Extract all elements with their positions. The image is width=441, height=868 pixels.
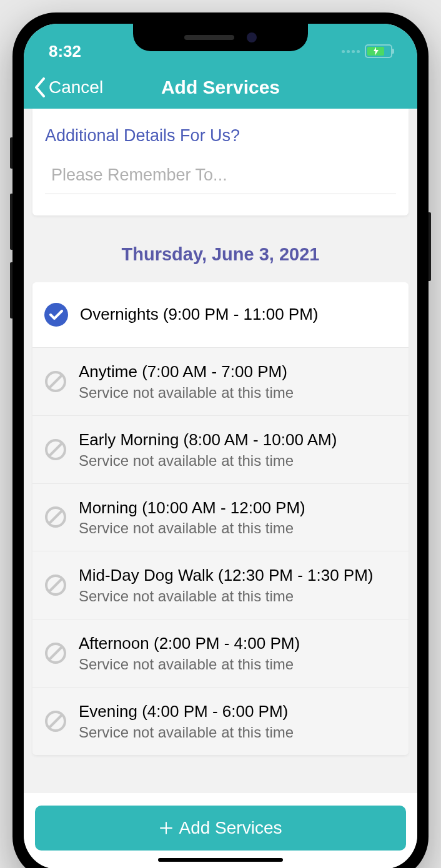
svg-line-12 <box>49 715 62 727</box>
nav-bar: Cancel Add Services <box>24 66 417 109</box>
service-text: Morning (10:00 AM - 12:00 PM) Service no… <box>79 498 397 538</box>
block-icon <box>44 709 67 733</box>
service-subtitle: Service not available at this time <box>79 384 397 402</box>
block-icon <box>44 370 67 393</box>
svg-point-0 <box>44 303 68 327</box>
details-card: Additional Details For Us? <box>32 109 409 215</box>
camera <box>247 32 257 42</box>
plus-icon <box>159 821 173 835</box>
side-button <box>429 212 431 281</box>
service-text: Early Morning (8:00 AM - 10:00 AM) Servi… <box>79 430 397 470</box>
service-title: Morning (10:00 AM - 12:00 PM) <box>79 498 397 519</box>
service-subtitle: Service not available at this time <box>79 656 397 673</box>
svg-line-8 <box>49 579 62 591</box>
cancel-label: Cancel <box>49 77 103 97</box>
service-subtitle: Service not available at this time <box>79 724 397 741</box>
service-text: Overnights (9:00 PM - 11:00 PM) <box>80 304 397 325</box>
svg-line-6 <box>49 511 62 523</box>
side-button <box>10 194 12 250</box>
status-time: 8:32 <box>49 42 81 61</box>
cancel-button[interactable]: Cancel <box>34 77 103 97</box>
block-icon <box>44 573 67 597</box>
service-title: Overnights (9:00 PM - 11:00 PM) <box>80 304 397 325</box>
service-row-evening[interactable]: Evening (4:00 PM - 6:00 PM) Service not … <box>32 688 409 755</box>
service-row-afternoon[interactable]: Afternoon (2:00 PM - 4:00 PM) Service no… <box>32 619 409 688</box>
signal-icon <box>342 50 360 53</box>
bottom-bar: Add Services <box>24 793 417 868</box>
date-header: Thursday, June 3, 2021 <box>24 224 417 282</box>
content-scroll[interactable]: Additional Details For Us? Thursday, Jun… <box>24 109 417 793</box>
service-text: Mid-Day Dog Walk (12:30 PM - 1:30 PM) Se… <box>79 565 397 605</box>
status-indicators <box>342 44 392 58</box>
check-circle-icon <box>44 302 69 327</box>
block-icon <box>44 641 67 665</box>
phone-frame: 8:32 <box>12 12 429 868</box>
service-text: Afternoon (2:00 PM - 4:00 PM) Service no… <box>79 633 397 673</box>
add-services-button[interactable]: Add Services <box>35 806 406 851</box>
service-row-anytime[interactable]: Anytime (7:00 AM - 7:00 PM) Service not … <box>32 348 409 416</box>
service-subtitle: Service not available at this time <box>79 452 397 470</box>
svg-line-4 <box>49 443 62 456</box>
block-icon <box>44 505 67 529</box>
home-indicator[interactable] <box>158 858 283 862</box>
block-icon <box>44 438 67 461</box>
details-input[interactable] <box>45 160 396 194</box>
service-title: Evening (4:00 PM - 6:00 PM) <box>79 701 397 723</box>
page-title: Add Services <box>161 77 280 98</box>
details-label: Additional Details For Us? <box>45 126 396 145</box>
side-button <box>10 137 12 169</box>
service-row-morning[interactable]: Morning (10:00 AM - 12:00 PM) Service no… <box>32 484 409 552</box>
phone-screen: 8:32 <box>24 24 417 868</box>
battery-icon <box>365 44 392 58</box>
service-row-overnights[interactable]: Overnights (9:00 PM - 11:00 PM) <box>32 282 409 348</box>
side-button <box>10 262 12 318</box>
service-subtitle: Service not available at this time <box>79 588 397 605</box>
add-button-label: Add Services <box>179 818 282 838</box>
svg-line-10 <box>49 647 62 659</box>
notch <box>133 24 308 51</box>
svg-line-2 <box>49 375 62 388</box>
service-title: Mid-Day Dog Walk (12:30 PM - 1:30 PM) <box>79 565 397 586</box>
service-row-midday[interactable]: Mid-Day Dog Walk (12:30 PM - 1:30 PM) Se… <box>32 551 409 619</box>
chevron-back-icon <box>34 77 46 97</box>
service-title: Early Morning (8:00 AM - 10:00 AM) <box>79 430 397 451</box>
speaker <box>184 35 234 40</box>
service-text: Evening (4:00 PM - 6:00 PM) Service not … <box>79 701 397 741</box>
services-list: Overnights (9:00 PM - 11:00 PM) Anytime … <box>32 282 409 755</box>
service-row-early-morning[interactable]: Early Morning (8:00 AM - 10:00 AM) Servi… <box>32 416 409 484</box>
service-title: Afternoon (2:00 PM - 4:00 PM) <box>79 633 397 654</box>
service-subtitle: Service not available at this time <box>79 520 397 537</box>
service-text: Anytime (7:00 AM - 7:00 PM) Service not … <box>79 362 397 402</box>
service-title: Anytime (7:00 AM - 7:00 PM) <box>79 362 397 383</box>
